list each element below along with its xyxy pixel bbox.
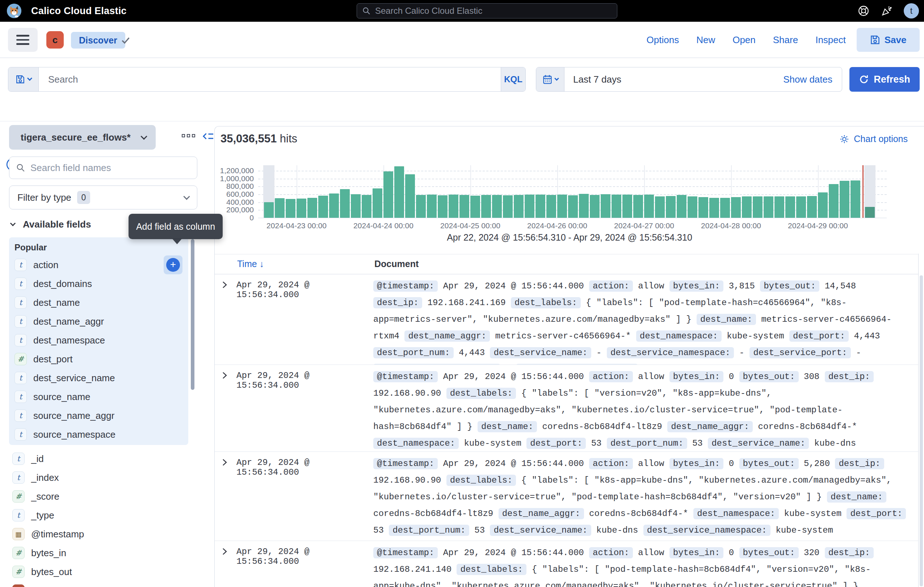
field-item-@timestamp[interactable]: ▦@timestamp — [12, 525, 188, 544]
histogram-bar[interactable] — [536, 195, 545, 218]
histogram-bar[interactable] — [840, 181, 850, 218]
refresh-button[interactable]: Refresh — [850, 67, 920, 92]
histogram-bar[interactable] — [612, 195, 621, 218]
date-picker-menu-button[interactable] — [536, 68, 564, 91]
histogram-bar[interactable] — [601, 194, 610, 218]
field-item-_score[interactable]: #_score — [12, 487, 188, 506]
histogram-bar[interactable] — [438, 195, 447, 218]
field-item-source_namespace[interactable]: tsource_namespace — [15, 425, 188, 444]
histogram-bar[interactable] — [481, 195, 491, 218]
toolbar-open-button[interactable]: Open — [733, 35, 756, 46]
histogram-bar[interactable] — [427, 195, 437, 218]
chart-options-button[interactable]: Chart options — [839, 134, 908, 144]
field-item-source_name_aggr[interactable]: tsource_name_aggr — [15, 406, 188, 425]
histogram-bar[interactable] — [666, 196, 676, 218]
field-item-_id[interactable]: t_id — [12, 449, 188, 468]
user-avatar[interactable]: t — [904, 3, 919, 18]
histogram-bar[interactable] — [785, 197, 795, 218]
expand-row-icon[interactable] — [220, 371, 229, 380]
field-item-dest_ip[interactable]: IPdest_ip — [12, 581, 188, 587]
field-item-dest_port[interactable]: #dest_port — [15, 350, 188, 369]
field-item-bytes_out[interactable]: #bytes_out — [12, 562, 188, 581]
histogram-bar[interactable] — [796, 197, 806, 218]
global-search[interactable] — [356, 3, 617, 18]
histogram-bar[interactable] — [525, 195, 535, 218]
histogram-bar[interactable] — [753, 197, 762, 218]
space-badge[interactable]: c — [46, 31, 64, 48]
histogram-bar[interactable] — [698, 197, 708, 218]
filter-by-type-select[interactable]: Filter by type 0 — [9, 185, 197, 210]
global-search-input[interactable] — [375, 6, 612, 16]
field-item-dest_name_aggr[interactable]: tdest_name_aggr — [15, 312, 188, 331]
field-item-dest_service_name[interactable]: tdest_service_name — [15, 369, 188, 387]
histogram-bar[interactable] — [318, 196, 328, 218]
field-item-dest_namespace[interactable]: tdest_namespace — [15, 331, 188, 350]
histogram-bar[interactable] — [459, 195, 469, 218]
breadcrumb[interactable]: Discover — [71, 32, 125, 48]
histogram-bar[interactable] — [362, 195, 371, 218]
histogram-bar[interactable] — [720, 198, 730, 218]
field-search-input[interactable] — [30, 162, 190, 174]
expand-row-icon[interactable] — [220, 547, 229, 556]
field-item-bytes_in[interactable]: #bytes_in — [12, 544, 188, 562]
toolbar-share-button[interactable]: Share — [773, 35, 798, 46]
field-item-action[interactable]: taction+ — [15, 255, 188, 274]
histogram-bar[interactable] — [546, 195, 556, 218]
histogram-bar[interactable] — [644, 195, 654, 218]
toolbar-new-button[interactable]: New — [696, 35, 715, 46]
histogram-bar[interactable] — [579, 194, 589, 218]
expand-row-icon[interactable] — [220, 458, 229, 467]
field-options-icon[interactable] — [182, 134, 195, 137]
news-popper-icon[interactable] — [881, 5, 893, 17]
histogram-bar[interactable] — [275, 198, 285, 218]
histogram-bar[interactable] — [764, 197, 773, 218]
histogram-bar[interactable] — [677, 195, 686, 218]
histogram-bar[interactable] — [383, 171, 393, 218]
show-dates-button[interactable]: Show dates — [783, 74, 842, 85]
histogram-bar[interactable] — [655, 197, 665, 218]
histogram-bar[interactable] — [590, 195, 600, 218]
histogram-bar[interactable] — [373, 189, 382, 218]
field-item-_index[interactable]: t_index — [12, 468, 188, 487]
histogram-bar[interactable] — [297, 198, 306, 218]
histogram-bar[interactable] — [633, 195, 643, 218]
histogram-bar[interactable] — [470, 196, 480, 218]
add-field-as-column-button[interactable]: + — [163, 255, 183, 274]
time-column-header[interactable]: Time ↓ — [237, 259, 264, 269]
field-search[interactable] — [9, 157, 197, 179]
field-item-_type[interactable]: t_type — [12, 506, 188, 525]
histogram-bar-partial[interactable] — [865, 207, 875, 218]
histogram-bar[interactable] — [492, 195, 502, 218]
query-language-button[interactable]: KQL — [501, 68, 525, 91]
histogram-bar[interactable] — [394, 166, 404, 218]
histogram-bar[interactable] — [307, 198, 317, 218]
histogram-bar[interactable] — [807, 196, 817, 218]
toolbar-options-button[interactable]: Options — [647, 35, 679, 46]
histogram-bar[interactable] — [514, 195, 523, 218]
histogram-bar[interactable] — [340, 189, 350, 218]
nav-menu-button[interactable] — [8, 28, 38, 52]
help-icon[interactable] — [857, 5, 870, 17]
histogram-bar[interactable] — [557, 195, 567, 218]
histogram-bar[interactable] — [742, 197, 752, 218]
available-fields-header[interactable]: Available fields — [11, 219, 91, 230]
histogram-bar[interactable] — [285, 199, 295, 218]
histogram-bar[interactable] — [568, 195, 578, 218]
toolbar-inspect-button[interactable]: Inspect — [815, 35, 846, 46]
histogram-bar[interactable] — [503, 195, 513, 218]
expand-row-icon[interactable] — [220, 280, 229, 289]
histogram-bar[interactable] — [405, 174, 415, 218]
time-range-value[interactable]: Last 7 days — [564, 74, 783, 85]
histogram-bar[interactable] — [688, 197, 697, 218]
histogram-bar[interactable] — [709, 198, 719, 218]
histogram-bar[interactable] — [774, 197, 784, 218]
field-item-dest_domains[interactable]: tdest_domains — [15, 274, 188, 293]
field-item-dest_name[interactable]: tdest_name — [15, 293, 188, 312]
field-item-source_name[interactable]: tsource_name — [15, 387, 188, 406]
histogram-bar[interactable] — [264, 202, 274, 218]
histogram-bar[interactable] — [731, 197, 741, 218]
histogram-bar[interactable] — [829, 184, 838, 218]
histogram-bar[interactable] — [449, 195, 459, 218]
index-pattern-select[interactable]: tigera_secure_ee_flows* — [9, 125, 156, 150]
histogram-bar[interactable] — [622, 195, 632, 218]
